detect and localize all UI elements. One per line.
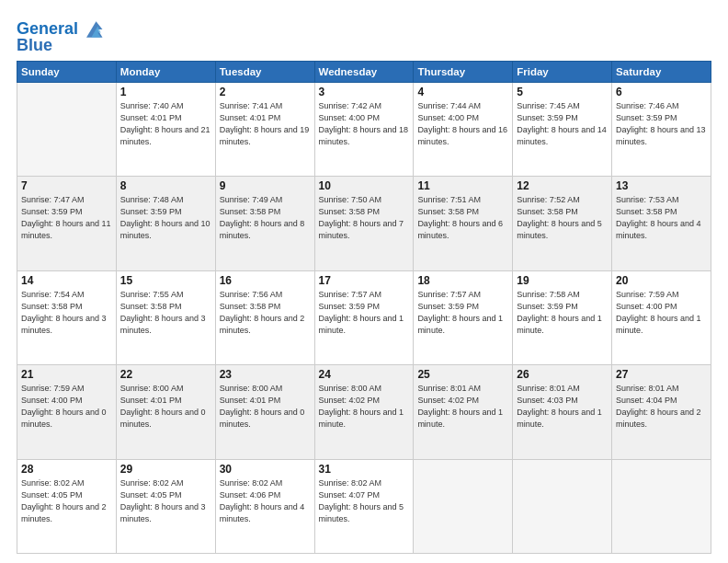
day-content: Sunrise: 8:02 AM Sunset: 4:05 PM Dayligh… [21, 477, 112, 525]
calendar-cell [612, 459, 711, 553]
calendar-cell: 19Sunrise: 7:58 AM Sunset: 3:59 PM Dayli… [513, 270, 612, 364]
calendar-cell: 13Sunrise: 7:53 AM Sunset: 3:58 PM Dayli… [612, 177, 711, 270]
day-number: 13 [616, 179, 707, 192]
calendar-cell: 11Sunrise: 7:51 AM Sunset: 3:58 PM Dayli… [414, 177, 513, 270]
day-number: 20 [616, 274, 707, 287]
day-number: 3 [319, 86, 410, 98]
day-content: Sunrise: 8:01 AM Sunset: 4:02 PM Dayligh… [417, 383, 508, 431]
page: General Blue SundayMondayTuesdayWednesda… [0, 0, 728, 563]
calendar-cell: 22Sunrise: 8:00 AM Sunset: 4:01 PM Dayli… [116, 365, 215, 459]
calendar-week-row-1: 1Sunrise: 7:40 AM Sunset: 4:01 PM Daylig… [17, 82, 711, 176]
weekday-header-monday: Monday [116, 61, 215, 82]
calendar-cell: 7Sunrise: 7:47 AM Sunset: 3:59 PM Daylig… [17, 177, 117, 270]
calendar-week-row-3: 14Sunrise: 7:54 AM Sunset: 3:58 PM Dayli… [17, 270, 711, 364]
day-number: 29 [120, 463, 211, 476]
weekday-header-friday: Friday [513, 61, 612, 82]
day-number: 6 [616, 86, 707, 98]
day-number: 8 [120, 179, 211, 192]
calendar-cell: 1Sunrise: 7:40 AM Sunset: 4:01 PM Daylig… [116, 82, 215, 176]
weekday-header-sunday: Sunday [17, 61, 117, 82]
day-number: 23 [220, 368, 311, 381]
calendar-cell: 5Sunrise: 7:45 AM Sunset: 3:59 PM Daylig… [513, 82, 612, 176]
day-number: 30 [220, 463, 311, 476]
day-number: 4 [417, 86, 508, 98]
day-content: Sunrise: 7:57 AM Sunset: 3:59 PM Dayligh… [319, 289, 410, 337]
day-content: Sunrise: 7:56 AM Sunset: 3:58 PM Dayligh… [220, 289, 311, 337]
day-number: 26 [517, 368, 608, 381]
day-number: 31 [319, 463, 410, 476]
logo: General Blue [17, 17, 106, 55]
day-content: Sunrise: 8:01 AM Sunset: 4:03 PM Dayligh… [517, 383, 608, 431]
day-content: Sunrise: 7:50 AM Sunset: 3:58 PM Dayligh… [319, 194, 410, 242]
day-content: Sunrise: 8:00 AM Sunset: 4:01 PM Dayligh… [220, 383, 311, 431]
day-number: 15 [120, 274, 211, 287]
calendar-cell: 6Sunrise: 7:46 AM Sunset: 3:59 PM Daylig… [612, 82, 711, 176]
day-number: 2 [220, 86, 311, 98]
day-content: Sunrise: 7:40 AM Sunset: 4:01 PM Dayligh… [120, 100, 211, 148]
day-number: 24 [319, 368, 410, 381]
day-content: Sunrise: 7:52 AM Sunset: 3:58 PM Dayligh… [517, 194, 608, 242]
day-content: Sunrise: 7:49 AM Sunset: 3:58 PM Dayligh… [220, 194, 311, 242]
day-content: Sunrise: 7:41 AM Sunset: 4:01 PM Dayligh… [220, 100, 311, 148]
calendar-cell: 3Sunrise: 7:42 AM Sunset: 4:00 PM Daylig… [314, 82, 414, 176]
calendar-cell: 28Sunrise: 8:02 AM Sunset: 4:05 PM Dayli… [17, 459, 117, 553]
logo-text-line2: Blue [17, 37, 52, 55]
day-content: Sunrise: 7:51 AM Sunset: 3:58 PM Dayligh… [417, 194, 508, 242]
day-number: 25 [417, 368, 508, 381]
calendar-cell [513, 459, 612, 553]
calendar-cell: 27Sunrise: 8:01 AM Sunset: 4:04 PM Dayli… [612, 365, 711, 459]
calendar-cell: 10Sunrise: 7:50 AM Sunset: 3:58 PM Dayli… [314, 177, 414, 270]
weekday-header-row: SundayMondayTuesdayWednesdayThursdayFrid… [17, 61, 711, 82]
day-number: 21 [21, 368, 112, 381]
day-number: 16 [220, 274, 311, 287]
day-number: 27 [616, 368, 707, 381]
day-number: 28 [21, 463, 112, 476]
calendar-week-row-5: 28Sunrise: 8:02 AM Sunset: 4:05 PM Dayli… [17, 459, 711, 553]
calendar-cell: 16Sunrise: 7:56 AM Sunset: 3:58 PM Dayli… [215, 270, 314, 364]
calendar-cell: 23Sunrise: 8:00 AM Sunset: 4:01 PM Dayli… [215, 365, 314, 459]
calendar-cell: 12Sunrise: 7:52 AM Sunset: 3:58 PM Dayli… [513, 177, 612, 270]
day-number: 9 [220, 179, 311, 192]
day-content: Sunrise: 7:57 AM Sunset: 3:59 PM Dayligh… [417, 289, 508, 337]
calendar-cell: 31Sunrise: 8:02 AM Sunset: 4:07 PM Dayli… [314, 459, 414, 553]
calendar-cell: 8Sunrise: 7:48 AM Sunset: 3:59 PM Daylig… [116, 177, 215, 270]
day-content: Sunrise: 8:02 AM Sunset: 4:06 PM Dayligh… [220, 477, 311, 525]
calendar-cell: 9Sunrise: 7:49 AM Sunset: 3:58 PM Daylig… [215, 177, 314, 270]
calendar-cell: 21Sunrise: 7:59 AM Sunset: 4:00 PM Dayli… [17, 365, 117, 459]
weekday-header-saturday: Saturday [612, 61, 711, 82]
calendar-week-row-2: 7Sunrise: 7:47 AM Sunset: 3:59 PM Daylig… [17, 177, 711, 270]
day-content: Sunrise: 7:45 AM Sunset: 3:59 PM Dayligh… [517, 100, 608, 148]
day-number: 7 [21, 179, 112, 192]
calendar-table: SundayMondayTuesdayWednesdayThursdayFrid… [17, 61, 711, 554]
weekday-header-tuesday: Tuesday [215, 61, 314, 82]
day-content: Sunrise: 7:59 AM Sunset: 4:00 PM Dayligh… [21, 383, 112, 431]
day-content: Sunrise: 8:00 AM Sunset: 4:02 PM Dayligh… [319, 383, 410, 431]
weekday-header-thursday: Thursday [414, 61, 513, 82]
day-content: Sunrise: 7:58 AM Sunset: 3:59 PM Dayligh… [517, 289, 608, 337]
day-content: Sunrise: 8:02 AM Sunset: 4:07 PM Dayligh… [319, 477, 410, 525]
weekday-header-wednesday: Wednesday [314, 61, 414, 82]
calendar-cell: 4Sunrise: 7:44 AM Sunset: 4:00 PM Daylig… [414, 82, 513, 176]
calendar-cell: 24Sunrise: 8:00 AM Sunset: 4:02 PM Dayli… [314, 365, 414, 459]
logo-icon [80, 17, 106, 42]
calendar-cell: 30Sunrise: 8:02 AM Sunset: 4:06 PM Dayli… [215, 459, 314, 553]
calendar-week-row-4: 21Sunrise: 7:59 AM Sunset: 4:00 PM Dayli… [17, 365, 711, 459]
calendar-cell: 29Sunrise: 8:02 AM Sunset: 4:05 PM Dayli… [116, 459, 215, 553]
day-number: 12 [517, 179, 608, 192]
day-content: Sunrise: 7:42 AM Sunset: 4:00 PM Dayligh… [319, 100, 410, 148]
day-number: 10 [319, 179, 410, 192]
day-content: Sunrise: 7:53 AM Sunset: 3:58 PM Dayligh… [616, 194, 707, 242]
day-content: Sunrise: 7:48 AM Sunset: 3:59 PM Dayligh… [120, 194, 211, 242]
day-number: 11 [417, 179, 508, 192]
day-content: Sunrise: 8:00 AM Sunset: 4:01 PM Dayligh… [120, 383, 211, 431]
day-content: Sunrise: 7:44 AM Sunset: 4:00 PM Dayligh… [417, 100, 508, 148]
header: General Blue [17, 17, 711, 55]
day-number: 17 [319, 274, 410, 287]
day-content: Sunrise: 7:54 AM Sunset: 3:58 PM Dayligh… [21, 289, 112, 337]
calendar-cell: 20Sunrise: 7:59 AM Sunset: 4:00 PM Dayli… [612, 270, 711, 364]
day-number: 18 [417, 274, 508, 287]
day-content: Sunrise: 7:46 AM Sunset: 3:59 PM Dayligh… [616, 100, 707, 148]
day-number: 14 [21, 274, 112, 287]
calendar-cell: 14Sunrise: 7:54 AM Sunset: 3:58 PM Dayli… [17, 270, 117, 364]
day-number: 5 [517, 86, 608, 98]
